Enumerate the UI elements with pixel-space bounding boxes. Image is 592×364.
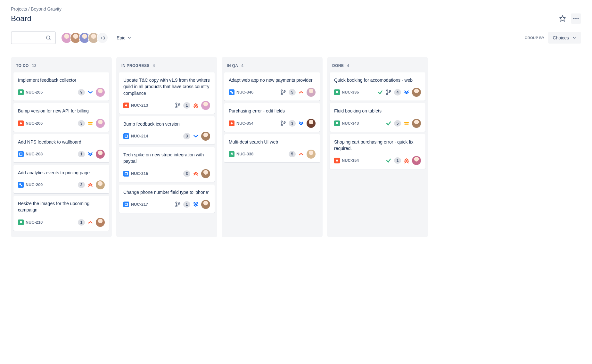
search-input[interactable] (11, 31, 56, 44)
issue-card[interactable]: Shoping cart purchasing error - quick fi… (330, 134, 425, 169)
avatar-more[interactable]: +3 (97, 32, 108, 44)
issue-type-icon (334, 89, 340, 95)
board-column: TO DO 12 Implement feedback collector NU… (11, 57, 112, 237)
assignee-avatar[interactable] (96, 150, 105, 159)
assignee-avatar[interactable] (201, 200, 210, 209)
issue-card[interactable]: Change phone number field type to 'phone… (119, 185, 215, 213)
assignee-avatar[interactable] (412, 119, 421, 128)
issue-key: NUC-210 (26, 220, 43, 225)
card-title: Resize the images for the upcoming campa… (18, 200, 105, 213)
story-points-badge: 5 (289, 151, 296, 157)
assignee-avatar[interactable] (201, 101, 210, 110)
issue-type-icon (18, 182, 24, 188)
board: TO DO 12 Implement feedback collector NU… (11, 57, 581, 237)
issue-card[interactable]: Quick booking for accomodations - web NU… (330, 72, 425, 101)
issue-type-icon (229, 89, 234, 95)
issue-card[interactable]: Tech spike on new stripe integration wit… (119, 147, 215, 182)
issue-card[interactable]: Implement feedback collector NUC-205 9 (13, 72, 109, 101)
column-title: TO DO (16, 63, 29, 68)
chevron-down-icon (127, 36, 132, 40)
svg-rect-18 (125, 172, 127, 175)
issue-card[interactable]: Multi-dest search UI web NUC-338 5 (224, 134, 320, 162)
board-column: IN PROGRESS 4 Update T&C copy with v1.9 … (116, 57, 217, 237)
issue-card[interactable]: Resize the images for the upcoming campa… (13, 196, 109, 231)
issue-card[interactable]: Add analytics events to pricing page NUC… (13, 165, 109, 193)
column-count: 12 (32, 63, 37, 68)
breadcrumb-project-name[interactable]: Beyond Gravity (31, 6, 62, 12)
breadcrumb-projects[interactable]: Projects (11, 6, 27, 12)
issue-type-icon (123, 103, 129, 108)
assignee-avatar[interactable] (412, 156, 421, 165)
groupby-label: GROUP BY (525, 36, 545, 40)
issue-card[interactable]: Purchasing error - edit fields NUC-354 3 (224, 103, 320, 131)
issue-type-icon (18, 219, 24, 225)
issue-key: NUC-354 (342, 158, 359, 163)
priority-icon (193, 103, 199, 108)
story-points-badge: 1 (183, 201, 190, 208)
star-icon (559, 15, 566, 22)
assignee-avatar[interactable] (96, 218, 105, 227)
star-button[interactable] (557, 13, 568, 24)
column-header: TO DO 12 (13, 61, 109, 72)
assignee-avatar[interactable] (96, 88, 105, 97)
search-icon (45, 35, 51, 41)
card-title: Bump feedback icon version (123, 121, 210, 127)
card-title: Add analytics events to pricing page (18, 170, 105, 176)
story-points-badge: 1 (78, 151, 85, 157)
priority-icon (193, 202, 199, 207)
story-points-badge: 3 (78, 182, 85, 188)
assignee-avatar[interactable] (307, 88, 316, 97)
issue-card[interactable]: Adapt web app no new payments provider N… (224, 72, 320, 101)
svg-point-6 (20, 122, 22, 124)
column-header: DONE 4 (330, 61, 425, 72)
branch-icon (386, 89, 391, 95)
groupby-select[interactable]: Choices (548, 32, 581, 44)
done-check-icon (377, 89, 383, 95)
assignee-avatar[interactable] (307, 150, 316, 159)
assignee-avatar[interactable] (201, 169, 210, 178)
avatar-stack: +3 (61, 32, 108, 44)
issue-card[interactable]: Bump version for new API for billing NUC… (13, 103, 109, 131)
issue-key: NUC-336 (342, 90, 359, 95)
assignee-avatar[interactable] (201, 132, 210, 141)
done-check-icon (386, 158, 391, 163)
card-title: Quick booking for accomodations - web (334, 77, 421, 83)
column-header: IN PROGRESS 4 (119, 61, 215, 72)
issue-type-icon (229, 151, 234, 157)
svg-point-29 (231, 122, 233, 124)
story-points-badge: 3 (289, 120, 296, 127)
story-points-badge: 3 (183, 133, 190, 139)
priority-icon (404, 158, 409, 163)
issue-key: NUC-214 (131, 134, 148, 138)
issue-key: NUC-209 (26, 183, 43, 187)
story-points-badge: 9 (78, 89, 85, 95)
issue-card[interactable]: Add NPS feedback to wallboard NUC-208 1 (13, 134, 109, 162)
card-title: Implement feedback collector (18, 77, 105, 83)
column-count: 4 (347, 63, 349, 68)
epic-filter[interactable]: Epic (113, 33, 135, 43)
priority-icon (87, 151, 93, 157)
story-points-badge: 1 (394, 157, 401, 164)
card-title: Update T&C copy with v1.9 from the write… (123, 77, 210, 96)
card-title: Change phone number field type to 'phone… (123, 189, 210, 195)
board-column: DONE 4 Quick booking for accomodations -… (327, 57, 428, 237)
card-title: Fluid booking on tablets (334, 108, 421, 114)
assignee-avatar[interactable] (96, 119, 105, 128)
issue-key: NUC-208 (26, 152, 43, 156)
issue-card[interactable]: Bump feedback icon version NUC-214 3 (119, 116, 215, 145)
issue-type-icon (18, 120, 24, 126)
issue-key: NUC-338 (236, 152, 254, 156)
assignee-avatar[interactable] (412, 88, 421, 97)
svg-point-38 (336, 160, 338, 161)
svg-rect-25 (231, 91, 232, 93)
assignee-avatar[interactable] (96, 180, 105, 189)
issue-card[interactable]: Fluid booking on tablets NUC-343 5 (330, 103, 425, 131)
more-icon (572, 15, 580, 22)
more-button[interactable] (571, 13, 581, 24)
issue-type-icon (18, 89, 24, 95)
assignee-avatar[interactable] (307, 119, 316, 128)
issue-key: NUC-346 (236, 90, 254, 95)
issue-card[interactable]: Update T&C copy with v1.9 from the write… (119, 72, 215, 114)
priority-icon (87, 182, 93, 188)
svg-rect-9 (20, 153, 22, 155)
